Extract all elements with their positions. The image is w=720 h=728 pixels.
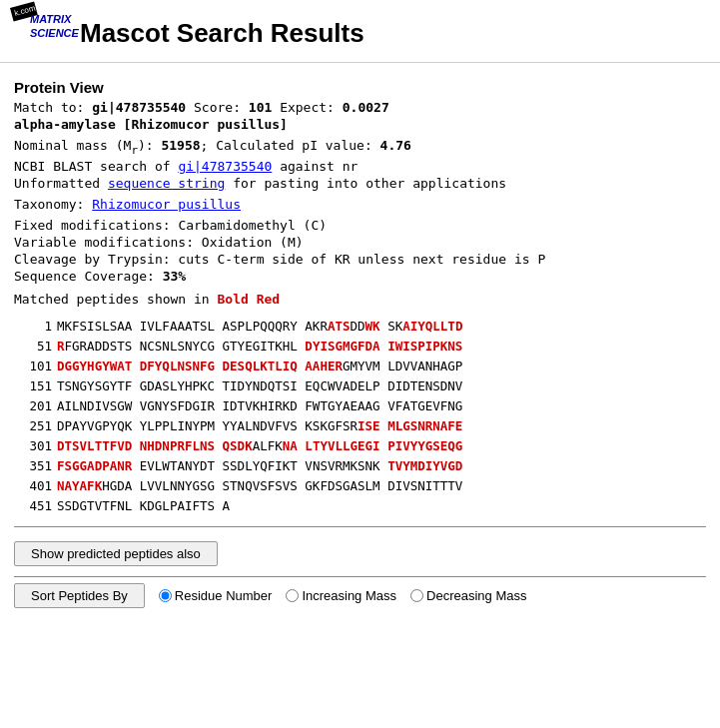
sort-increasing-option[interactable]: Increasing Mass xyxy=(286,588,396,603)
cleavage-line: Cleavage by Trypsin: cuts C-term side of… xyxy=(14,252,706,267)
divider-1 xyxy=(14,526,706,527)
matched-peptide: NA LTYVLLGEGI PIVYYGSEQG xyxy=(283,438,463,453)
normal-peptide: ALFK xyxy=(253,438,283,453)
ncbi-suffix: against nr xyxy=(280,159,358,174)
normal-peptide: DPAYVGPYQK YLPPLINYPM YYALNDVFVS KSKGFSR xyxy=(57,418,358,433)
matched-peptide: NAYAFK xyxy=(57,478,102,493)
seq-number: 351 xyxy=(14,456,52,476)
seq-content: MKFSISLSAA IVLFAAATSL ASPLPQQQRY AKRATSD… xyxy=(57,317,706,337)
sort-decreasing-option[interactable]: Decreasing Mass xyxy=(410,588,526,603)
gi-id: gi|478735540 xyxy=(92,100,186,115)
nominal-mass-line: Nominal mass (Mr): 51958; Calculated pI … xyxy=(14,138,706,157)
score-label: Score: xyxy=(194,100,241,115)
sort-increasing-label: Increasing Mass xyxy=(302,588,396,603)
coverage-label: Sequence Coverage: xyxy=(14,269,155,284)
protein-name: alpha-amylase [Rhizomucor pusillus] xyxy=(14,117,706,132)
normal-peptide: SSDGTVTFNL KDGLPAIFTS A xyxy=(57,498,230,513)
nominal-mass-label: Nominal mass (Mr): xyxy=(14,138,154,153)
sort-residue-label: Residue Number xyxy=(175,588,273,603)
sort-increasing-radio[interactable] xyxy=(286,589,299,602)
matched-peptide: DTSVLTTFVD NHDNPRFLNS QSDK xyxy=(57,438,253,453)
fixed-mod-label: Fixed modifications: xyxy=(14,218,171,233)
expect-label: Expect: xyxy=(280,100,335,115)
sort-peptides-button[interactable]: Sort Peptides By xyxy=(14,583,145,608)
table-row: 151TSNGYSGYTF GDASLYHPKC TIDYNDQTSI EQCW… xyxy=(14,376,706,396)
nominal-mass-value: 51958 xyxy=(161,138,200,153)
seq-number: 401 xyxy=(14,476,52,496)
page-header: k.com MATRIX SCIENCE Mascot Search Resul… xyxy=(0,0,720,63)
normal-peptide: SK xyxy=(380,319,403,334)
table-row: 201AILNDIVSGW VGNYSFDGIR IDTVKHIRKD FWTG… xyxy=(14,396,706,416)
taxonomy-label: Taxonomy: xyxy=(14,197,84,212)
seq-content: DPAYVGPYQK YLPPLINYPM YYALNDVFVS KSKGFSR… xyxy=(57,416,706,436)
variable-mod-value: Oxidation (M) xyxy=(202,235,304,250)
protein-view-title: Protein View xyxy=(14,79,706,96)
pi-label: ; Calculated pI value: xyxy=(201,138,372,153)
matched-peptide: R xyxy=(57,339,65,354)
score-value: 101 xyxy=(249,100,272,115)
table-row: 1MKFSISLSAA IVLFAAATSL ASPLPQQQRY AKRATS… xyxy=(14,317,706,337)
fixed-mod-value: Carbamidomethyl (C) xyxy=(178,218,327,233)
seq-content: DGGYHGYWAT DFYQLNSNFG DESQLKTLIQ AAHERGM… xyxy=(57,357,706,376)
seq-content: FSGGADPANR EVLWTANYDT SSDLYQFIKT VNSVRMK… xyxy=(57,456,706,476)
sequence-string-link[interactable]: sequence string xyxy=(108,176,225,191)
peptide-note-text: Matched peptides shown in xyxy=(14,292,210,307)
seq-content: TSNGYSGYTF GDASLYHPKC TIDYNDQTSI EQCWVAD… xyxy=(57,376,706,396)
seq-content: SSDGTVTFNL KDGLPAIFTS A xyxy=(57,496,706,516)
sort-decreasing-radio[interactable] xyxy=(410,589,423,602)
matched-peptide: DGGYHGYWAT DFYQLNSNFG DESQLKTLIQ AAHER xyxy=(57,359,343,373)
sort-residue-option[interactable]: Residue Number xyxy=(159,588,273,603)
matched-peptide: ATS xyxy=(328,319,351,334)
table-row: 251DPAYVGPYQK YLPPLINYPM YYALNDVFVS KSKG… xyxy=(14,416,706,436)
matched-peptide: ISE MLGSNRNAFE xyxy=(358,418,462,433)
divider-2 xyxy=(14,576,706,577)
normal-peptide: HGDA LVVLNNYGSG STNQVSFSVS GKFDSGASLM DI… xyxy=(102,478,462,493)
coverage-line: Sequence Coverage: 33% xyxy=(14,269,706,284)
match-info: Match to: gi|478735540 Score: 101 Expect… xyxy=(14,100,706,115)
logo-matrix: MATRIX xyxy=(30,12,79,26)
normal-peptide: GMYVM LDVVANHAGP xyxy=(343,359,462,373)
sort-residue-radio[interactable] xyxy=(159,589,172,602)
table-row: 51RFGRADDSTS NCSNLSNYCG GTYEGITKHL DYISG… xyxy=(14,337,706,357)
show-predicted-section: Show predicted peptides also xyxy=(14,541,706,566)
variable-mod-line: Variable modifications: Oxidation (M) xyxy=(14,235,706,250)
normal-peptide: TSNGYSGYTF GDASLYHPKC TIDYNDQTSI EQCWVAD… xyxy=(57,378,462,393)
unformatted-line: Unformatted sequence string for pasting … xyxy=(14,176,706,191)
coverage-value: 33% xyxy=(163,269,186,284)
logo-science: SCIENCE xyxy=(30,26,79,40)
taxonomy-line: Taxonomy: Rhizomucor pusillus xyxy=(14,197,706,212)
show-predicted-button[interactable]: Show predicted peptides also xyxy=(14,541,218,566)
matched-peptide: TVYMDIYVGD xyxy=(387,458,462,473)
pi-value: 4.76 xyxy=(380,138,411,153)
fixed-mod-line: Fixed modifications: Carbamidomethyl (C) xyxy=(14,218,706,233)
table-row: 351FSGGADPANR EVLWTANYDT SSDLYQFIKT VNSV… xyxy=(14,456,706,476)
seq-content: AILNDIVSGW VGNYSFDGIR IDTVKHIRKD FWTGYAE… xyxy=(57,396,706,416)
seq-number: 301 xyxy=(14,436,52,456)
seq-number: 151 xyxy=(14,376,52,396)
matched-peptide: FSGGADPANR xyxy=(57,458,132,473)
table-row: 401NAYAFKHGDA LVVLNNYGSG STNQVSFSVS GKFD… xyxy=(14,476,706,496)
seq-number: 1 xyxy=(14,317,52,337)
table-row: 301DTSVLTTFVD NHDNPRFLNS QSDKALFKNA LTYV… xyxy=(14,436,706,456)
normal-peptide: DD xyxy=(351,319,365,334)
table-row: 451SSDGTVTFNL KDGLPAIFTS A xyxy=(14,496,706,516)
unformatted-label: Unformatted xyxy=(14,176,100,191)
content-area: Protein View Match to: gi|478735540 Scor… xyxy=(0,63,720,616)
seq-number: 101 xyxy=(14,357,52,376)
normal-peptide: EVLWTANYDT SSDLYQFIKT VNSVRMKSNK xyxy=(132,458,387,473)
ncbi-blast-link[interactable]: gi|478735540 xyxy=(178,159,272,174)
seq-number: 451 xyxy=(14,496,52,516)
variable-mod-label: Variable modifications: xyxy=(14,235,194,250)
seq-content: NAYAFKHGDA LVVLNNYGSG STNQVSFSVS GKFDSGA… xyxy=(57,476,706,496)
match-label: Match to: xyxy=(14,100,84,115)
logo-text: MATRIX SCIENCE xyxy=(30,12,79,41)
matched-peptide: DYISGMGFDA IWISPIPKNS xyxy=(298,339,463,354)
logo: k.com MATRIX SCIENCE xyxy=(10,8,70,58)
taxonomy-link[interactable]: Rhizomucor pusillus xyxy=(92,197,241,212)
seq-content: RFGRADDSTS NCSNLSNYCG GTYEGITKHL DYISGMG… xyxy=(57,337,706,357)
sort-section: Sort Peptides By Residue Number Increasi… xyxy=(14,583,706,608)
matched-peptide: AIYQLLTD xyxy=(402,319,462,334)
normal-peptide: FGRADDSTS NCSNLSNYCG GTYEGITKHL xyxy=(65,339,298,354)
seq-number: 201 xyxy=(14,396,52,416)
ncbi-label: NCBI BLAST search of xyxy=(14,159,171,174)
